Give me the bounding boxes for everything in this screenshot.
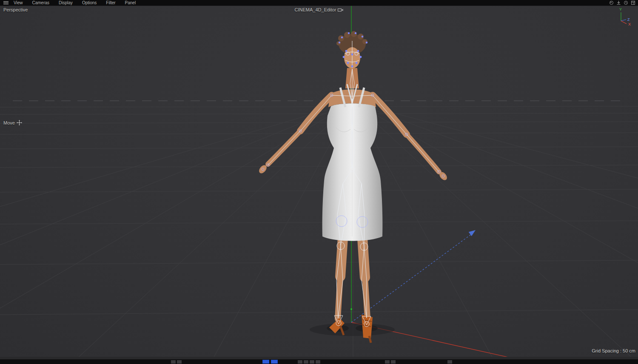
character-shadow <box>310 323 395 336</box>
menu-filter[interactable]: Filter <box>106 0 115 6</box>
camera-icon[interactable] <box>338 8 343 12</box>
timeline-marker[interactable] <box>298 360 302 364</box>
axis-x-label: X <box>628 22 631 26</box>
menu-options[interactable]: Options <box>82 0 97 6</box>
tool-label: Move <box>3 120 15 125</box>
timeline-marker[interactable] <box>177 360 182 364</box>
menu-display[interactable]: Display <box>59 0 73 6</box>
menubar-icon-group <box>609 0 638 5</box>
3d-viewport[interactable]: Perspective CINEMA_4D_Editor Move Grid S… <box>0 6 638 357</box>
panel-layout-icon[interactable] <box>631 0 635 5</box>
sphere-icon[interactable] <box>609 0 614 5</box>
scene-canvas <box>0 6 638 357</box>
arrow-down-icon[interactable] <box>616 0 621 5</box>
menu-panel[interactable]: Panel <box>125 0 136 6</box>
timeline-marker[interactable] <box>171 360 176 364</box>
tool-hint: Move <box>3 120 22 125</box>
ground-grid <box>0 102 638 357</box>
timeline-marker[interactable] <box>304 360 308 364</box>
axis-orientation-gizmo[interactable]: Y Z X <box>616 6 635 28</box>
menu-view[interactable]: View <box>14 0 23 6</box>
grid-spacing-status: Grid Spacing : 50 cm <box>592 348 635 353</box>
clock-icon[interactable] <box>624 0 628 5</box>
timeline-playhead[interactable] <box>262 360 269 364</box>
hamburger-menu-icon[interactable] <box>3 1 9 5</box>
timeline-marker[interactable] <box>310 360 314 364</box>
axis-y-label: Y <box>619 7 622 11</box>
timeline-strip[interactable] <box>0 359 638 364</box>
menu-bar: View Cameras Display Options Filter Pane… <box>0 0 638 6</box>
viewport-camera-label-row: CINEMA_4D_Editor <box>0 7 638 12</box>
timeline-marker[interactable] <box>385 360 390 364</box>
timeline-marker[interactable] <box>391 360 396 364</box>
menu-cameras[interactable]: Cameras <box>32 0 50 6</box>
camera-label: CINEMA_4D_Editor <box>295 7 336 12</box>
timeline-marker[interactable] <box>316 360 320 364</box>
move-tool-icon <box>17 120 22 125</box>
axis-z-label: Z <box>627 17 630 22</box>
right-shoe <box>362 315 373 343</box>
origin-point <box>350 308 352 310</box>
timeline-playhead[interactable] <box>271 360 278 364</box>
timeline-marker[interactable] <box>447 360 452 364</box>
